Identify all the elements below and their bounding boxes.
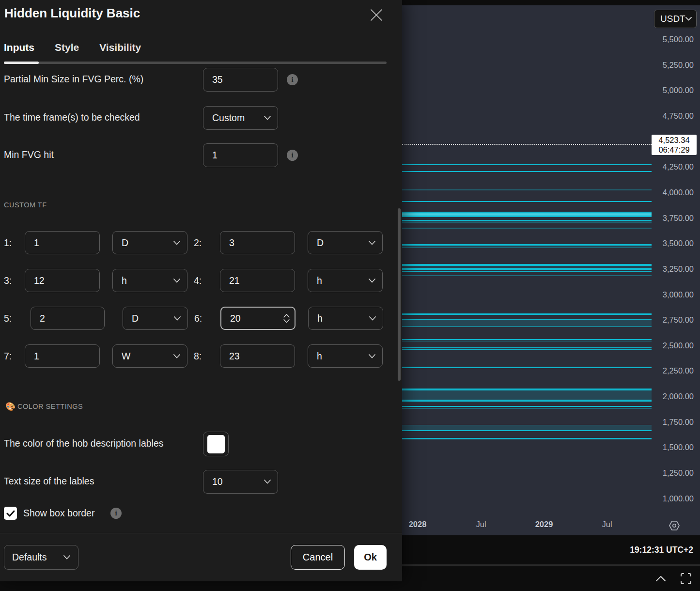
- dialog-scrollbar[interactable]: [398, 208, 401, 381]
- info-icon[interactable]: i: [287, 150, 298, 161]
- tf-unit-select[interactable]: D: [112, 231, 187, 254]
- tf-value-input[interactable]: 1: [25, 231, 100, 254]
- tf-unit-select[interactable]: h: [308, 307, 383, 330]
- liquidity-level-line: [402, 268, 652, 270]
- custom-tf-row: 3:12h4:21h: [4, 269, 383, 292]
- tf-value: 23: [229, 351, 240, 362]
- tf-unit-select[interactable]: h: [308, 344, 383, 368]
- tf-value-input[interactable]: 21: [220, 269, 295, 292]
- chart-plot-area[interactable]: [402, 5, 652, 515]
- tab-visibility[interactable]: Visibility: [99, 42, 141, 53]
- chevron-down-icon: [174, 316, 181, 321]
- timeframes-value: Custom: [212, 112, 245, 124]
- timeframes-label: The time frame(s) to be checked: [4, 112, 140, 123]
- custom-tf-entry: 2:3D: [187, 231, 383, 254]
- tf-unit: h: [317, 313, 323, 324]
- timeframes-select[interactable]: Custom: [203, 106, 278, 130]
- tf-unit: h: [317, 351, 322, 362]
- current-price-label: 4,523.34 06:47:29: [652, 135, 697, 155]
- tf-index-label: 1:: [4, 237, 25, 249]
- liquidity-level-line: [402, 438, 652, 439]
- dialog-footer: Defaults Cancel Ok: [0, 533, 402, 581]
- price-tick: 1,500.00: [640, 442, 694, 452]
- ok-button[interactable]: Ok: [354, 545, 387, 570]
- stepper-arrows-icon[interactable]: [283, 314, 290, 323]
- partial-min-value: 35: [212, 74, 223, 85]
- hob-color-swatch-button[interactable]: [203, 432, 229, 456]
- tab-style[interactable]: Style: [55, 42, 79, 53]
- tf-unit-select[interactable]: D: [123, 307, 188, 330]
- active-tab-indicator: [4, 62, 39, 64]
- tf-value-input[interactable]: 20: [220, 307, 296, 330]
- currency-selector[interactable]: USDT: [654, 10, 697, 28]
- chevron-down-icon: [173, 279, 180, 283]
- min-fvg-hit-value: 1: [212, 150, 218, 161]
- liquidity-level-line: [402, 341, 652, 342]
- tf-value: 20: [230, 313, 241, 324]
- custom-tf-entry: 6:20h: [188, 307, 383, 330]
- liquidity-level-line: [402, 189, 652, 190]
- close-icon[interactable]: [368, 7, 385, 23]
- settings-hexagon-icon[interactable]: [668, 519, 681, 532]
- time-axis[interactable]: 2028Jul2029Jul: [402, 515, 700, 535]
- info-icon[interactable]: i: [110, 508, 122, 519]
- show-box-border-label: Show box border: [23, 508, 94, 519]
- info-icon[interactable]: i: [287, 74, 298, 85]
- tf-unit-select[interactable]: W: [112, 344, 187, 368]
- tf-value-input[interactable]: 2: [31, 307, 105, 330]
- show-box-border-checkbox[interactable]: [4, 507, 17, 520]
- liquidity-level-line: [402, 247, 652, 248]
- tf-value-input[interactable]: 3: [220, 231, 295, 254]
- tf-unit-select[interactable]: h: [308, 269, 383, 292]
- liquidity-level-line: [402, 171, 652, 172]
- dialog-tabs: Inputs Style Visibility: [4, 42, 141, 53]
- text-size-select[interactable]: 10: [203, 470, 278, 494]
- time-tick: 2029: [527, 520, 561, 529]
- tf-value-input[interactable]: 12: [25, 269, 100, 292]
- tf-value: 12: [34, 275, 45, 286]
- tf-unit: D: [317, 237, 324, 249]
- price-tick: 2,750.00: [640, 315, 694, 325]
- tf-value: 21: [229, 275, 240, 286]
- tf-unit: h: [122, 275, 127, 286]
- chevron-down-icon: [264, 480, 271, 484]
- tf-unit-select[interactable]: h: [112, 269, 187, 292]
- tf-index-label: 8:: [187, 351, 220, 362]
- cancel-button[interactable]: Cancel: [291, 545, 345, 570]
- price-value: 4,523.34: [652, 135, 697, 145]
- tf-unit-select[interactable]: D: [308, 231, 383, 254]
- liquidity-level-line: [402, 275, 652, 276]
- chevron-down-icon: [173, 354, 180, 358]
- chart-top-strip: [402, 0, 700, 5]
- palette-icon: 🎨: [5, 402, 16, 412]
- app-root: USDT 5,500.005,250.005,000.004,750.004,2…: [0, 0, 700, 591]
- maximize-icon[interactable]: [680, 572, 692, 585]
- min-fvg-hit-input[interactable]: 1: [203, 143, 278, 167]
- chevron-down-icon: [264, 116, 271, 120]
- partial-min-label: Partial Min Size in FVG Perc. (%): [4, 74, 143, 85]
- custom-tf-section-label: CUSTOM TF: [4, 201, 47, 209]
- tf-value-input[interactable]: 1: [25, 344, 100, 368]
- price-tick: 4,750.00: [640, 111, 694, 121]
- liquidity-level-line: [402, 390, 652, 400]
- chevron-down-icon: [369, 354, 375, 358]
- checkbox-check-icon: [6, 510, 15, 517]
- liquidity-level-line: [402, 212, 652, 217]
- current-price-dotted-line: [402, 144, 652, 145]
- tab-inputs[interactable]: Inputs: [4, 42, 34, 53]
- defaults-button[interactable]: Defaults: [4, 545, 78, 570]
- custom-tf-entry: 4:21h: [187, 269, 383, 292]
- liquidity-level-line: [402, 201, 652, 202]
- custom-tf-row: 5:2D6:20h: [4, 307, 383, 330]
- min-fvg-hit-label: Min FVG hit: [4, 149, 54, 160]
- custom-tf-row: 7:1W8:23h: [4, 344, 383, 368]
- time-tick: Jul: [464, 520, 498, 529]
- liquidity-level-line: [402, 425, 652, 431]
- chevron-up-icon[interactable]: [655, 574, 667, 584]
- chevron-down-icon: [369, 241, 375, 245]
- partial-min-input[interactable]: 35: [203, 68, 278, 92]
- time-tick: Jul: [590, 520, 624, 529]
- tf-value-input[interactable]: 23: [220, 344, 295, 368]
- liquidity-level-line: [402, 313, 652, 315]
- defaults-label: Defaults: [12, 552, 47, 563]
